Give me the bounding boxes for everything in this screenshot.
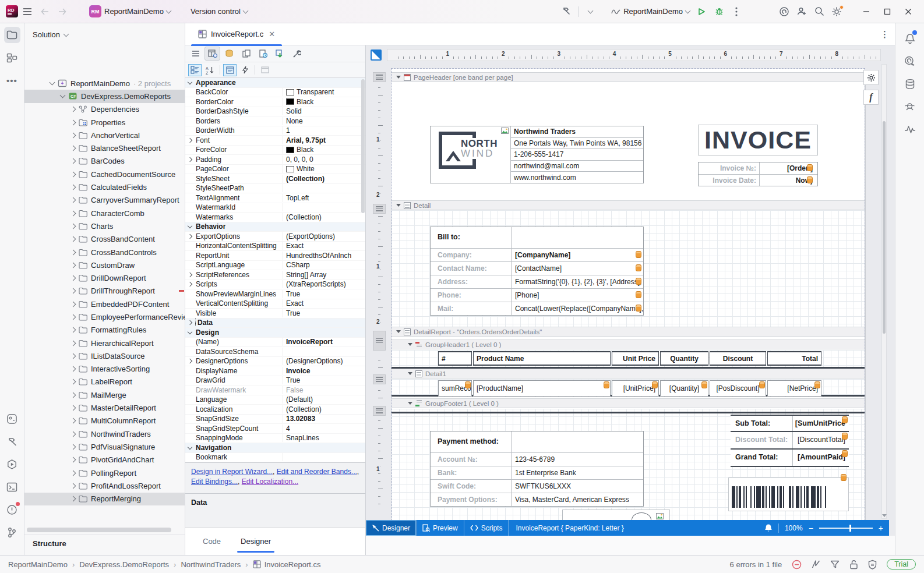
breadcrumb-item-3[interactable]: InvoiceReport.cs [264, 560, 321, 569]
lock-open-icon[interactable] [849, 560, 858, 570]
product-detail-cell[interactable]: [ProductName] [473, 380, 611, 397]
property-row-pagecolor[interactable]: PageColorWhite [185, 165, 365, 175]
band-handle[interactable] [373, 374, 386, 384]
property-value[interactable]: True [283, 290, 365, 298]
property-pages-button[interactable] [223, 64, 237, 76]
product-detail-cell[interactable]: [Quantity] [660, 380, 708, 397]
property-value[interactable]: CSharp [283, 261, 365, 269]
band-groupfooter1[interactable]: GroupFooter1 ( Level 0 ) [392, 398, 865, 408]
property-value[interactable]: True [283, 309, 365, 317]
property-row-bordercolor[interactable]: BorderColorBlack [185, 97, 365, 107]
property-value[interactable]: (Collection) [283, 175, 365, 183]
totals-row[interactable]: Grand Total:[AmountPaid] [731, 450, 849, 467]
property-value[interactable]: 0, 0, 0, 0 [283, 155, 365, 164]
product-col-header[interactable]: Discount [710, 351, 766, 366]
field-value[interactable]: SWFTKUS6LXXX [511, 480, 643, 493]
tree-item-hierarchicalreport[interactable]: HierarchicalReport [24, 337, 185, 349]
field-value[interactable]: [ContactName] [511, 262, 643, 275]
field-value[interactable]: 123-45-6789 [511, 453, 643, 466]
chevron-right-icon[interactable] [70, 158, 76, 164]
bill-to-header-row[interactable]: Bill to: [431, 227, 643, 248]
property-value[interactable]: 1 [283, 126, 365, 135]
chevron-right-icon[interactable] [70, 405, 76, 411]
chevron-right-icon[interactable] [70, 119, 76, 125]
designer-menu-button[interactable] [188, 47, 203, 61]
smart-tag-button[interactable] [863, 70, 879, 85]
property-link-1[interactable]: Edit and Reorder Bands... [277, 468, 357, 476]
chevron-right-icon[interactable] [70, 496, 76, 502]
product-detail-cell[interactable]: [PosDiscount] [710, 380, 766, 397]
chevron-right-icon[interactable] [70, 353, 76, 359]
bill-to-row[interactable]: Company:[CompanyName] [431, 248, 643, 261]
chevron-right-icon[interactable] [70, 223, 76, 229]
bill-to-row[interactable]: Mail:Concat(Lower(Replace([CompanyName], [431, 302, 643, 315]
tree-item-mailmerge[interactable]: MailMerge [24, 388, 185, 401]
property-row-verticalcontentsplitting[interactable]: VerticalContentSplittingExact [185, 299, 365, 309]
nav-back-button[interactable] [37, 3, 53, 20]
tree-item-charts[interactable]: Charts [24, 220, 185, 232]
main-menu-button[interactable] [19, 3, 36, 20]
band-handle[interactable] [373, 406, 386, 416]
designer-view-tab[interactable]: Designer [366, 520, 417, 536]
band-handle[interactable] [373, 331, 386, 351]
tree-item-properties[interactable]: Properties [24, 116, 185, 129]
ruler-corner-icon[interactable] [371, 49, 382, 61]
tree-item-dependencies[interactable]: Dependencies [24, 103, 185, 116]
property-row-showpreviewmarginlines[interactable]: ShowPreviewMarginLinesTrue [185, 289, 365, 299]
property-value[interactable]: False [283, 386, 365, 394]
field-value[interactable]: 1st Enterprise Bank [511, 466, 643, 479]
property-row-snappingmode[interactable]: SnappingModeSnapLines [185, 434, 365, 444]
designer-scrollbar[interactable] [881, 64, 887, 519]
company-info-table[interactable]: NORTHWINDNorthwind TradersOne Portals Wa… [430, 126, 644, 183]
problems-tool-button[interactable] [4, 501, 20, 518]
payment-row[interactable]: Bank:1st Enterprise Bank [431, 466, 643, 479]
property-value[interactable]: (XtraReportScripts) [283, 280, 365, 288]
band-detailreport[interactable]: DetailReport - "Orders.OrdersOrderDetail… [392, 327, 865, 337]
property-row-borders[interactable]: BordersNone [185, 116, 365, 126]
property-row-scripts[interactable]: Scripts(XtraReportScripts) [185, 280, 365, 290]
editor-tab-invoicereport[interactable]: InvoiceReport.c ✕ [191, 23, 282, 45]
nuget-tool-button[interactable] [902, 98, 918, 115]
band-detail[interactable]: Detail [392, 200, 865, 210]
property-row-localization[interactable]: Localization(Collection) [185, 405, 365, 415]
tree-item-interactivesorting[interactable]: InteractiveSorting [24, 363, 185, 376]
property-link-0[interactable]: Design in Report Wizard... [191, 468, 273, 476]
collapse-caret-icon[interactable] [396, 330, 401, 333]
notifications-tool-button[interactable] [902, 30, 918, 47]
ai-assistant-button[interactable] [776, 3, 792, 20]
designer-scrollbar-thumb[interactable] [883, 121, 886, 334]
property-value[interactable]: Exact [283, 242, 365, 250]
services-tool-button[interactable] [4, 411, 20, 427]
chevron-right-icon[interactable] [188, 157, 192, 162]
product-col-header[interactable]: Quantity [660, 351, 708, 366]
property-row-scriptreferences[interactable]: ScriptReferencesString[] Array [185, 270, 365, 280]
project-selector[interactable]: RM ReportMainDemo [87, 3, 173, 20]
property-value[interactable]: (Collection) [283, 213, 365, 221]
chevron-right-icon[interactable] [188, 234, 192, 239]
band-pageheader[interactable]: PageHeader [one band per page] [392, 72, 865, 82]
chevron-right-icon[interactable] [70, 314, 76, 320]
company-address[interactable]: One Portals Way, Twin Points WA, 98156 [511, 137, 643, 149]
product-detail-cell[interactable]: sumRecor [438, 380, 472, 397]
zoom-slider-thumb[interactable] [849, 525, 851, 532]
tree-item-cacheddocumentsource[interactable]: CachedDocumentSource [24, 168, 185, 181]
trial-badge[interactable]: Trial [887, 559, 916, 570]
debug-button[interactable] [711, 3, 727, 20]
field-value[interactable]: Concat(Lower(Replace([CompanyName], [511, 302, 643, 315]
preview-view-tab[interactable]: Preview [417, 520, 464, 536]
invoice-title-label[interactable]: INVOICE [698, 125, 818, 155]
tree-item-crossbandcontrols[interactable]: CrossBandControls [24, 246, 185, 259]
property-row-forecolor[interactable]: ForeColorBlack [185, 146, 365, 155]
tree-item-customdraw[interactable]: CustomDraw [24, 259, 185, 271]
ai-assistant-tool-button[interactable] [902, 53, 918, 69]
chevron-right-icon[interactable] [70, 107, 76, 112]
tree-item-solution-root[interactable]: ReportMainDemo· 2 projects [24, 77, 185, 90]
more-actions-kebab[interactable] [728, 3, 745, 20]
run-button[interactable] [693, 3, 710, 20]
property-row-watermarkid[interactable]: WatermarkId [185, 203, 365, 213]
alphabetical-sort-button[interactable]: AZ [203, 64, 217, 76]
property-row-borderwidth[interactable]: BorderWidth1 [185, 126, 365, 136]
payment-header-row[interactable]: Payment method: [431, 431, 643, 452]
property-row-snapgridstepcount[interactable]: SnapGridStepCount4 [185, 424, 365, 434]
editor-options-kebab[interactable]: ⋮ [880, 29, 889, 40]
